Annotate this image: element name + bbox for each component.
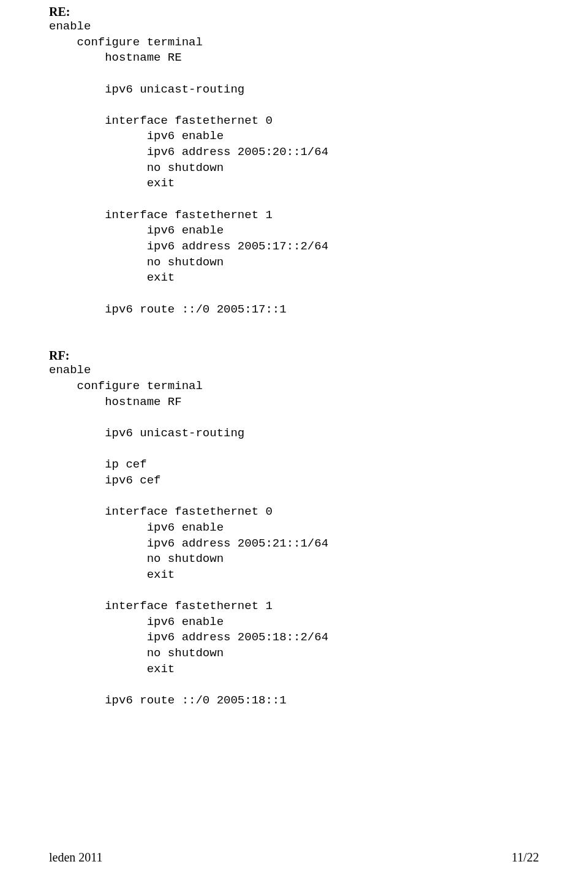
rf-if1-addr: ipv6 address 2005:18::2/64: [49, 630, 539, 646]
re-if1-enable: ipv6 enable: [49, 223, 539, 239]
re-if0-addr: ipv6 address 2005:20::1/64: [49, 145, 539, 161]
re-if1-exit: exit: [49, 270, 539, 286]
re-if0-exit: exit: [49, 176, 539, 192]
rf-hostname: hostname RF: [49, 395, 539, 411]
rf-if0-enable: ipv6 enable: [49, 520, 539, 536]
blank-line: [49, 66, 539, 82]
blank-line: [49, 677, 539, 693]
re-label: RE:: [49, 5, 70, 18]
rf-if1-exit: exit: [49, 662, 539, 678]
section-re: RE: enable configure terminal hostname R…: [49, 5, 539, 317]
rf-route: ipv6 route ::/0 2005:18::1: [49, 693, 539, 709]
rf-if1-shutdown: no shutdown: [49, 646, 539, 662]
footer: leden 2011 11/22: [49, 850, 539, 865]
re-hostname: hostname RE: [49, 50, 539, 66]
blank-line: [49, 410, 539, 426]
re-if1-addr: ipv6 address 2005:17::2/64: [49, 239, 539, 255]
rf-ipv6cef: ipv6 cef: [49, 473, 539, 489]
blank-line: [49, 442, 539, 458]
rf-if1-enable: ipv6 enable: [49, 615, 539, 630]
re-enable: enable: [49, 19, 539, 35]
rf-if0-addr: ipv6 address 2005:21::1/64: [49, 536, 539, 552]
rf-if0-shutdown: no shutdown: [49, 551, 539, 567]
re-if0-enable: ipv6 enable: [49, 129, 539, 145]
rf-if1-header: interface fastethernet 1: [49, 599, 539, 615]
blank-line: [49, 489, 539, 505]
re-route: ipv6 route ::/0 2005:17::1: [49, 302, 539, 318]
blank-line: [49, 317, 539, 333]
section-rf: RF: enable configure terminal hostname R…: [49, 349, 539, 708]
blank-line: [49, 192, 539, 208]
re-unicast: ipv6 unicast-routing: [49, 82, 539, 98]
rf-unicast: ipv6 unicast-routing: [49, 426, 539, 442]
blank-line: [49, 333, 539, 349]
re-config-terminal: configure terminal: [49, 35, 539, 51]
re-if1-shutdown: no shutdown: [49, 255, 539, 271]
rf-ipcef: ip cef: [49, 457, 539, 473]
re-if0-header: interface fastethernet 0: [49, 113, 539, 129]
rf-enable: enable: [49, 363, 539, 379]
rf-if0-exit: exit: [49, 567, 539, 583]
blank-line: [49, 286, 539, 302]
blank-line: [49, 97, 539, 113]
blank-line: [49, 583, 539, 599]
rf-if0-header: interface fastethernet 0: [49, 504, 539, 520]
footer-date: leden 2011: [49, 850, 103, 865]
footer-page: 11/22: [511, 850, 539, 865]
rf-config-terminal: configure terminal: [49, 379, 539, 395]
re-if0-shutdown: no shutdown: [49, 161, 539, 176]
rf-label: RF:: [49, 349, 69, 362]
re-if1-header: interface fastethernet 1: [49, 208, 539, 224]
